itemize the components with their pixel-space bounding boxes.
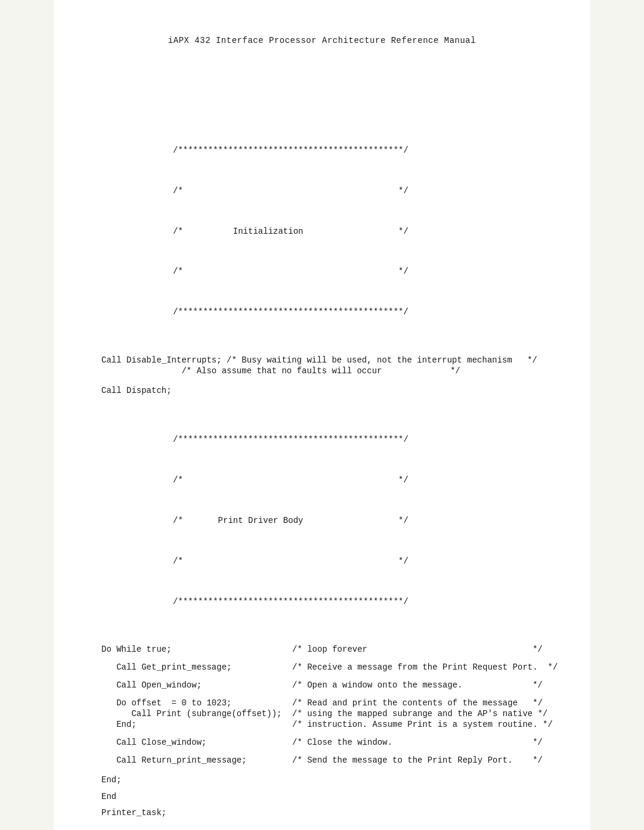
do-offset-comment: /* Read and print the contents of the me… <box>292 698 518 708</box>
call-close-line: Call Close_window; /* Close the window. … <box>101 738 543 747</box>
call-open-code: Call Open_window; <box>101 680 292 690</box>
init-comment-box: /***************************************… <box>173 117 543 346</box>
do-while-term: */ <box>513 645 543 654</box>
end-do-code: End; <box>101 720 292 729</box>
do-offset-block: Do offset = 0 to 1023; /* Read and print… <box>101 698 543 729</box>
call-return-comment: /* Send the message to the Print Reply P… <box>292 755 522 765</box>
printer-task-line: Printer_task; <box>101 806 543 820</box>
call-get-code: Call Get_print_message; <box>101 662 292 672</box>
call-disable-code2: /* Also assume that no faults will occur <box>101 366 435 376</box>
call-get-comment: /* Receive a message from the Print Requ… <box>292 662 538 672</box>
print-box-line1: /***************************************… <box>173 433 543 447</box>
init-box-line2: /* */ <box>173 184 543 198</box>
call-close-code: Call Close_window; <box>101 738 292 747</box>
do-while-comment: /* loop forever <box>292 645 513 654</box>
print-box-line2: /* */ <box>173 473 543 487</box>
call-disable-term2: */ <box>435 366 460 376</box>
call-dispatch-line: Call Dispatch; <box>101 384 543 398</box>
call-get-term: */ <box>538 662 558 672</box>
do-while-line: Do While true; /* loop forever */ <box>101 645 543 654</box>
call-disable-term1: */ <box>512 355 537 365</box>
call-print-comment: /* using the mapped subrange and the AP'… <box>292 709 532 718</box>
call-open-term: */ <box>525 680 543 690</box>
do-offset-code: Do offset = 0 to 1023; <box>101 698 292 708</box>
call-return-code: Call Return_print_message; <box>101 755 292 765</box>
end-label-line: End <box>101 790 543 804</box>
print-box-line3: /* Print Driver Body */ <box>173 514 543 528</box>
end-do-term: */ <box>538 720 553 729</box>
call-print-code: Call Print (subrange(offset)); <box>101 709 292 718</box>
end-do-comment: /* instruction. Assume Print is a system… <box>292 720 538 729</box>
end-while-line: End; <box>101 773 543 787</box>
call-close-term: */ <box>525 738 543 747</box>
call-disable-code: Call Disable_Interrupts; /* Busy waiting… <box>101 355 512 365</box>
call-print-term: */ <box>532 709 547 718</box>
call-close-comment: /* Close the window. <box>292 738 525 747</box>
print-box-line4: /* */ <box>173 555 543 568</box>
end-label-code: End <box>101 792 116 801</box>
call-get-line: Call Get_print_message; /* Receive a mes… <box>101 662 543 672</box>
call-dispatch-code: Call Dispatch; <box>101 386 172 395</box>
init-box-line3: /* Initialization */ <box>173 225 543 239</box>
page-title: iAPX 432 Interface Processor Architectur… <box>168 36 476 45</box>
call-open-line: Call Open_window; /* Open a window onto … <box>101 680 543 690</box>
call-disable-section: Call Disable_Interrupts; /* Busy waiting… <box>101 355 543 376</box>
call-return-term: */ <box>522 755 543 765</box>
do-while-code: Do While true; <box>101 645 292 654</box>
page: iAPX 432 Interface Processor Architectur… <box>54 0 590 830</box>
call-return-line: Call Return_print_message; /* Send the m… <box>101 755 543 765</box>
print-box-line5: /***************************************… <box>173 595 543 609</box>
end-while-code: End; <box>101 775 122 785</box>
do-offset-term: */ <box>518 698 543 708</box>
page-header: iAPX 432 Interface Processor Architectur… <box>101 36 543 45</box>
printer-task-code: Printer_task; <box>101 808 166 817</box>
init-box-line1: /***************************************… <box>173 144 543 157</box>
init-box-line5: /***************************************… <box>173 305 543 319</box>
init-box-line4: /* */ <box>173 265 543 278</box>
call-open-comment: /* Open a window onto the message. <box>292 680 525 690</box>
print-driver-comment-box: /***************************************… <box>173 406 543 635</box>
